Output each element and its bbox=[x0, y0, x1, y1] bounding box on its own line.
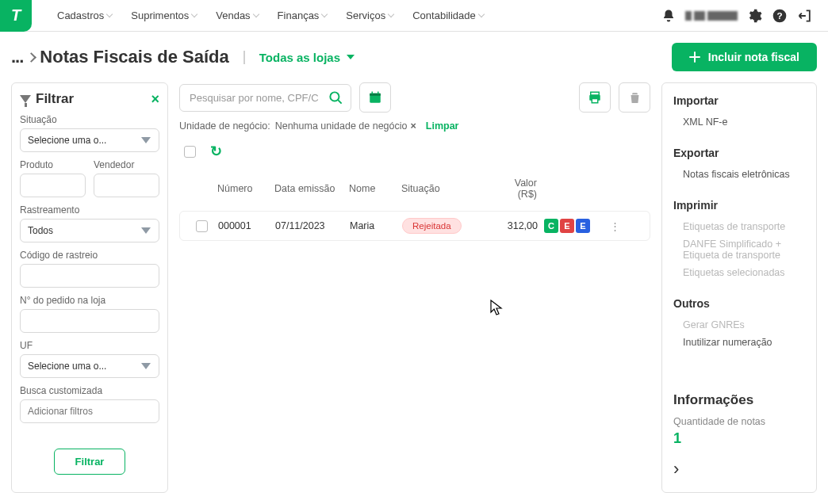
breadcrumb: ... Notas Fiscais de Saída bbox=[11, 47, 229, 67]
main-content: Unidade de negócio: Nenhuma unidade de n… bbox=[179, 82, 650, 493]
calendar-icon bbox=[368, 90, 382, 105]
qtd-value: 1 bbox=[673, 430, 805, 447]
imprimir-header: Imprimir bbox=[673, 199, 805, 212]
nav-cadastros[interactable]: Cadastros bbox=[48, 0, 121, 32]
print-button[interactable] bbox=[579, 82, 611, 113]
th-valor: Valor (R$) bbox=[493, 178, 543, 200]
flag-c[interactable]: C bbox=[544, 219, 558, 233]
situacao-select[interactable]: Selecione uma o... bbox=[20, 128, 159, 152]
th-situacao: Situação bbox=[401, 183, 493, 194]
cell-nome: Maria bbox=[350, 220, 402, 231]
select-all-checkbox[interactable] bbox=[184, 146, 196, 158]
rastreamento-select[interactable]: Todos bbox=[20, 219, 159, 242]
page-title: Notas Fiscais de Saída bbox=[40, 47, 228, 67]
chevron-down-icon bbox=[252, 11, 259, 17]
link-etiq-sel: Etiquetas selecionadas bbox=[673, 264, 805, 281]
rastreamento-label: Rastreamento bbox=[20, 204, 159, 216]
nav-contabilidade[interactable]: Contabilidade bbox=[403, 0, 493, 32]
breadcrumb-dots[interactable]: ... bbox=[11, 47, 23, 67]
pedido-label: N° do pedido na loja bbox=[20, 295, 159, 306]
link-etiq-transporte: Etiquetas de transporte bbox=[673, 218, 805, 235]
nav-label: Cadastros bbox=[57, 10, 104, 21]
svg-point-2 bbox=[330, 92, 339, 101]
chip-remove[interactable]: × bbox=[410, 120, 416, 132]
create-nota-label: Incluir nota fiscal bbox=[708, 51, 799, 63]
qtd-label: Quantidade de notas bbox=[673, 416, 805, 427]
flag-e1[interactable]: E bbox=[560, 219, 574, 233]
chevron-down-icon bbox=[106, 11, 113, 17]
chip-label: Unidade de negócio: bbox=[179, 120, 270, 132]
bell-icon[interactable] bbox=[660, 7, 677, 25]
th-nome: Nome bbox=[349, 183, 401, 194]
chip-value: Nenhuma unidade de negócio bbox=[275, 120, 408, 132]
search-button[interactable] bbox=[323, 86, 348, 110]
link-danfe: DANFE Simplificado + Etiqueta de transpo… bbox=[673, 235, 805, 264]
situacao-label: Situação bbox=[20, 114, 159, 125]
uf-select-text: Selecione uma o... bbox=[28, 361, 106, 372]
store-selector-label: Todas as lojas bbox=[259, 51, 340, 64]
link-nfe-export[interactable]: Notas fiscais eletrônicas bbox=[673, 166, 805, 183]
filter-close-button[interactable]: × bbox=[151, 92, 159, 106]
nav-label: Finanças bbox=[278, 10, 320, 21]
user-display[interactable] bbox=[685, 10, 738, 21]
create-nota-button[interactable]: Incluir nota fiscal bbox=[672, 43, 817, 71]
th-numero: Número bbox=[217, 183, 274, 194]
chevron-right-icon bbox=[26, 52, 36, 63]
link-xml-nfe[interactable]: XML NF-e bbox=[673, 113, 805, 131]
link-inutilizar[interactable]: Inutilizar numeração bbox=[673, 334, 805, 351]
chevron-down-icon bbox=[321, 11, 328, 17]
chevron-down-icon bbox=[477, 11, 484, 17]
cell-valor: 312,00 bbox=[493, 220, 544, 231]
nav-suprimentos[interactable]: Suprimentos bbox=[121, 0, 206, 32]
flag-e2[interactable]: E bbox=[576, 219, 590, 233]
info-header: Informações bbox=[673, 392, 805, 408]
svg-text:?: ? bbox=[776, 10, 782, 21]
importar-header: Importar bbox=[673, 94, 805, 107]
trash-icon bbox=[628, 91, 642, 105]
produto-input[interactable] bbox=[20, 174, 86, 197]
uf-label: UF bbox=[20, 340, 159, 351]
svg-rect-7 bbox=[592, 99, 598, 103]
cell-data: 07/11/2023 bbox=[275, 220, 350, 231]
filter-panel: Filtrar × Situação Selecione uma o... Pr… bbox=[11, 82, 168, 493]
status-badge: Rejeitada bbox=[402, 218, 462, 234]
store-selector[interactable]: Todas as lojas bbox=[243, 51, 355, 64]
row-checkbox[interactable] bbox=[196, 220, 208, 232]
situacao-select-text: Selecione uma o... bbox=[28, 135, 106, 146]
link-gnre: Gerar GNREs bbox=[673, 316, 805, 334]
rastreamento-select-text: Todos bbox=[28, 225, 53, 236]
exportar-header: Exportar bbox=[673, 147, 805, 159]
help-icon[interactable]: ? bbox=[771, 7, 788, 25]
filter-icon bbox=[20, 95, 31, 103]
calendar-button[interactable] bbox=[359, 82, 391, 113]
actions-panel: Importar XML NF-e Exportar Notas fiscais… bbox=[661, 82, 817, 493]
nav-financas[interactable]: Finanças bbox=[268, 0, 337, 32]
uf-select[interactable]: Selecione uma o... bbox=[20, 354, 159, 378]
refresh-button[interactable]: ↻ bbox=[210, 143, 222, 160]
busca-label: Busca customizada bbox=[20, 385, 159, 396]
print-icon bbox=[588, 90, 602, 105]
busca-input[interactable] bbox=[20, 399, 159, 423]
filter-title: Filtrar bbox=[36, 91, 146, 107]
codigo-input[interactable] bbox=[20, 264, 159, 288]
chevron-down-icon bbox=[388, 11, 394, 17]
nav-vendas[interactable]: Vendas bbox=[206, 0, 267, 32]
caret-down-icon bbox=[141, 137, 151, 143]
table-row[interactable]: 000001 07/11/2023 Maria Rejeitada 312,00… bbox=[179, 211, 650, 241]
nav-servicos[interactable]: Serviços bbox=[336, 0, 403, 32]
caret-down-icon bbox=[347, 55, 355, 59]
vendedor-input[interactable] bbox=[94, 174, 159, 197]
svg-rect-5 bbox=[591, 92, 600, 95]
vendedor-label: Vendedor bbox=[94, 159, 159, 170]
logout-icon[interactable] bbox=[796, 7, 814, 25]
app-logo[interactable]: T bbox=[0, 0, 32, 32]
caret-down-icon bbox=[141, 227, 151, 234]
gear-icon[interactable] bbox=[746, 7, 763, 25]
delete-button[interactable] bbox=[619, 82, 650, 113]
expand-chevron[interactable]: › bbox=[673, 459, 679, 479]
row-menu-button[interactable]: ⋮ bbox=[593, 220, 620, 232]
filter-apply-button[interactable]: Filtrar bbox=[54, 449, 126, 475]
clear-filters-link[interactable]: Limpar bbox=[426, 120, 459, 132]
pedido-input[interactable] bbox=[20, 309, 159, 333]
nav-label: Serviços bbox=[346, 10, 385, 21]
